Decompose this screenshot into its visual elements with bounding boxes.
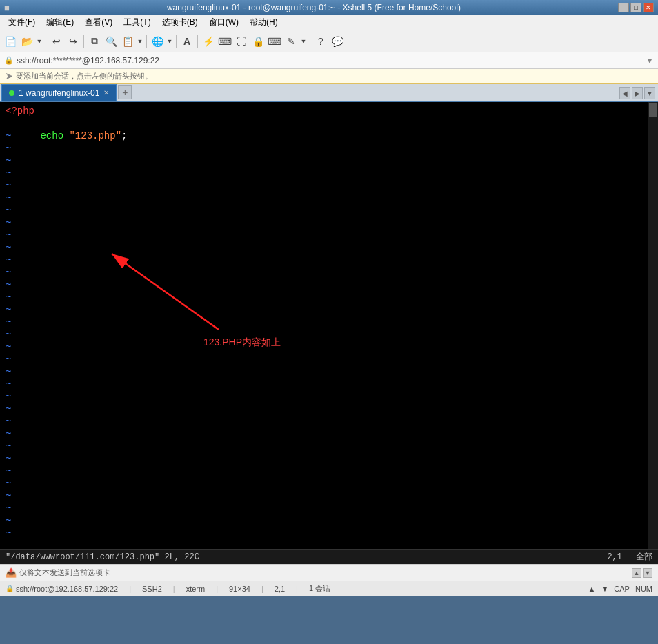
lock-button[interactable]: 🔒: [250, 34, 266, 49]
tilde-4: ~: [6, 142, 643, 154]
tilde-12: ~: [6, 241, 643, 254]
tilde-28: ~: [6, 440, 643, 452]
tab-menu-button[interactable]: ▼: [644, 87, 655, 99]
window-title: wangruifenglinux-01 - root@wangruifeng-0…: [10, 3, 618, 12]
file-info: "/data/wwwroot/111.com/123.php" 2L, 22C: [6, 552, 607, 562]
terminal-size: 91×34: [229, 585, 250, 593]
tab-session-1[interactable]: 1 wangruifenglinux-01 ✕: [1, 84, 117, 101]
new-file-button[interactable]: 📄: [3, 34, 18, 49]
tilde-31: ~: [6, 477, 643, 490]
scroll-down-button[interactable]: ▼: [643, 568, 652, 578]
tab-prev-button[interactable]: ◀: [619, 87, 630, 99]
menu-tools[interactable]: 工具(T): [118, 15, 156, 30]
window-controls[interactable]: — □ ✕: [618, 3, 654, 12]
fullscreen-button[interactable]: ⛶: [234, 34, 249, 49]
menu-window[interactable]: 窗口(W): [203, 15, 244, 30]
menu-file[interactable]: 文件(F): [3, 15, 41, 30]
tilde-19: ~: [6, 328, 643, 341]
copy-button[interactable]: ⧉: [87, 34, 102, 49]
tab-status-dot: [9, 90, 14, 96]
tilde-9: ~: [6, 204, 643, 217]
maximize-button[interactable]: □: [630, 3, 641, 12]
terminal-area[interactable]: <?php echo "123.php"; ~ ~ ~ ~ ~ ~ ~ ~ ~ …: [0, 102, 658, 549]
open-button[interactable]: 📂: [19, 34, 34, 49]
tilde-15: ~: [6, 279, 643, 291]
tilde-21: ~: [6, 353, 643, 365]
address-bar: 🔒 ssh://root:*********@192.168.57.129:22…: [0, 52, 658, 69]
bottom-input-bar: 📤 仅将文本发送到当前选项卡 ▲ ▼: [0, 564, 658, 581]
menu-tabs[interactable]: 选项卡(B): [157, 15, 203, 30]
sep-2: |: [173, 585, 175, 593]
code-line-2: echo "123.php";: [6, 117, 643, 130]
help-button[interactable]: ?: [313, 34, 328, 49]
protocol-label: SSH2: [142, 585, 162, 593]
compose-arrow[interactable]: ▼: [300, 34, 307, 49]
terminal-scrollbar[interactable]: [648, 102, 658, 549]
tilde-34: ~: [6, 514, 643, 527]
paste-arrow[interactable]: ▼: [137, 34, 143, 49]
comment-button[interactable]: 💬: [330, 34, 345, 49]
globe-button[interactable]: 🌐: [150, 34, 165, 49]
sep2: [83, 35, 84, 48]
scroll-down-info[interactable]: ▼: [601, 585, 608, 593]
sep-1: |: [129, 585, 131, 593]
tilde-16: ~: [6, 291, 643, 303]
tilde-30: ~: [6, 465, 643, 477]
terminal-content: <?php echo "123.php"; ~ ~ ~ ~ ~ ~ ~ ~ ~ …: [0, 102, 648, 549]
scrollbar-thumb[interactable]: [649, 103, 657, 117]
tilde-25: ~: [6, 403, 643, 415]
tab-navigation: ◀ ▶ ▼: [619, 87, 658, 101]
close-button[interactable]: ✕: [643, 3, 654, 12]
sep6: [197, 35, 198, 48]
sep7: [310, 35, 310, 48]
code-line-1: <?php: [6, 105, 643, 117]
info-status-bar: 🔒 ssh://root@192.168.57.129:22 | SSH2 | …: [0, 581, 658, 596]
hint-text: 要添加当前会话，点击左侧的箭头按钮。: [16, 71, 152, 81]
tab-close-button[interactable]: ✕: [103, 89, 109, 97]
sep-5: |: [296, 585, 298, 593]
terminal-type: xterm: [186, 585, 206, 593]
tilde-26: ~: [6, 415, 643, 427]
tilde-8: ~: [6, 192, 643, 204]
tilde-24: ~: [6, 390, 643, 403]
tilde-18: ~: [6, 316, 643, 328]
compose-button[interactable]: ✎: [283, 34, 299, 49]
scroll-up-button[interactable]: ▲: [632, 568, 641, 578]
tab-next-button[interactable]: ▶: [632, 87, 643, 99]
tilde-20: ~: [6, 341, 643, 353]
session-count: 1 会话: [309, 583, 330, 594]
keys-button[interactable]: ⌨: [217, 34, 232, 49]
sep-4: |: [261, 585, 263, 593]
font-button[interactable]: A: [179, 34, 195, 49]
tilde-35: ~: [6, 527, 643, 539]
connect-button[interactable]: ⚡: [201, 34, 216, 49]
semicolon: ;: [121, 130, 127, 141]
new-tab-button[interactable]: +: [118, 85, 132, 99]
keyboard-btn2[interactable]: ⌨: [267, 34, 282, 49]
menu-help[interactable]: 帮助(H): [244, 15, 283, 30]
menu-edit[interactable]: 编辑(E): [41, 15, 79, 30]
tilde-27: ~: [6, 427, 643, 440]
tab-label: 1 wangruifenglinux-01: [19, 88, 99, 98]
find-button[interactable]: 🔍: [103, 34, 119, 49]
scroll-up-info[interactable]: ▲: [588, 585, 596, 593]
minimize-button[interactable]: —: [618, 3, 629, 12]
tilde-11: ~: [6, 229, 643, 241]
send-icon: 📤: [6, 567, 17, 578]
address-text: ssh://root:*********@192.168.57.129:22: [17, 56, 643, 66]
title-bar: ■ wangruifenglinux-01 - root@wangruifeng…: [0, 0, 658, 15]
send-label: 仅将文本发送到当前选项卡: [19, 567, 110, 578]
toolbar-arrow-down[interactable]: ▼: [36, 34, 43, 49]
disconnect-button[interactable]: ↪: [66, 34, 81, 49]
annotation-text: 123.PHP内容如上: [203, 336, 281, 349]
address-dropdown[interactable]: ▼: [646, 56, 654, 66]
reconnect-button[interactable]: ↩: [49, 34, 64, 49]
sep4-btn[interactable]: ▼: [166, 34, 173, 49]
paste-button[interactable]: 📋: [120, 34, 135, 49]
menu-view[interactable]: 查看(V): [79, 15, 118, 30]
echo-keyword: echo: [40, 130, 69, 141]
connection-info: 🔒 ssh://root@192.168.57.129:22: [6, 585, 118, 593]
tilde-23: ~: [6, 378, 643, 390]
sep-3: |: [216, 585, 218, 593]
info-lock-icon: 🔒: [6, 585, 14, 592]
